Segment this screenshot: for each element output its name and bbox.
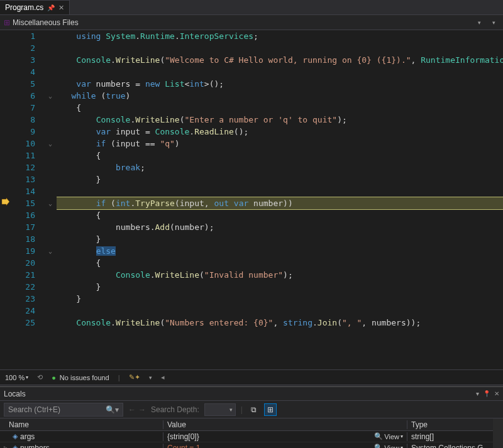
split-icon[interactable]: ▾: [489, 19, 499, 26]
grid-header: Name Value Type: [0, 418, 493, 431]
zoom-control[interactable]: 100 % ▾: [5, 374, 28, 381]
scope-label: Miscellaneous Files: [13, 18, 79, 27]
view-button[interactable]: 🔍 View ▾: [374, 444, 403, 449]
var-type: System.Collections.G…: [407, 444, 493, 449]
search-input[interactable]: Search (Ctrl+E) 🔍▾: [4, 403, 123, 417]
check-icon: ●: [52, 374, 56, 381]
column-name[interactable]: Name: [0, 420, 163, 429]
file-tab[interactable]: Program.cs 📌 ✕: [0, 0, 70, 14]
close-icon[interactable]: ✕: [58, 4, 64, 12]
pin-icon[interactable]: 📍: [483, 390, 490, 397]
separator: |: [241, 405, 243, 414]
window-menu-icon[interactable]: ▾: [476, 390, 479, 397]
issues-text: No issues found: [60, 374, 109, 381]
breakpoint-margin[interactable]: [0, 30, 13, 369]
var-value: Count = 1: [167, 444, 200, 449]
locals-toolbar: Search (Ctrl+E) 🔍▾ ← → Search Depth: ▾ |…: [0, 401, 503, 418]
tab-bar: Program.cs 📌 ✕: [0, 0, 503, 15]
view-button[interactable]: 🔍 View ▾: [374, 432, 403, 441]
magnifier-icon: 🔍: [374, 444, 383, 448]
grid-view-icon[interactable]: ⊞: [264, 403, 277, 416]
panel-title: Locals: [4, 390, 26, 398]
tree-view-icon[interactable]: ⧉: [248, 403, 260, 416]
chevron-down-icon: ▾: [26, 374, 28, 380]
nav-left-icon[interactable]: ◂: [161, 373, 165, 381]
line-numbers: 1234567891011121314151617181920212223242…: [13, 30, 44, 369]
depth-label: Search Depth:: [151, 405, 199, 414]
column-value[interactable]: Value: [163, 420, 407, 429]
column-type[interactable]: Type: [407, 420, 493, 429]
execution-pointer-icon: [1, 197, 10, 206]
chevron-down-icon[interactable]: ▾: [149, 374, 152, 381]
scope-dropdown[interactable]: ⊞ Miscellaneous Files: [4, 18, 79, 27]
locals-panel-header: Locals ▾ 📍 ✕: [0, 387, 503, 401]
close-icon[interactable]: ✕: [494, 390, 499, 397]
tab-title: Program.cs: [5, 3, 43, 12]
zoom-value: 100 %: [5, 374, 25, 381]
lightbulb-icon[interactable]: ⟲: [37, 373, 43, 381]
search-icon: 🔍▾: [106, 405, 119, 414]
editor-status-bar: 100 % ▾ ⟲ ● No issues found | ✎✦ ▾ ◂: [0, 369, 503, 385]
locals-row[interactable]: ▷◈numbersCount = 1🔍 View ▾System.Collect…: [0, 442, 493, 448]
chevron-down-icon[interactable]: ▾: [474, 19, 485, 26]
variable-icon: ◈: [13, 444, 18, 448]
expand-icon[interactable]: ▷: [4, 445, 10, 449]
scrollbar[interactable]: [493, 418, 503, 448]
code-editor[interactable]: 1234567891011121314151617181920212223242…: [0, 30, 503, 369]
code-content[interactable]: using System.Runtime.InteropServices; Co…: [57, 30, 503, 369]
var-type: string[]: [407, 432, 493, 441]
context-bar: ⊞ Miscellaneous Files ▾ ▾: [0, 15, 503, 30]
pin-icon[interactable]: 📌: [47, 4, 55, 11]
fold-column[interactable]: ⌄⌄⌄⌄: [44, 30, 57, 369]
separator: |: [118, 374, 120, 381]
locals-row[interactable]: ◈args{string[0]}🔍 View ▾string[]: [0, 431, 493, 442]
magnifier-icon: 🔍: [374, 432, 383, 440]
locals-grid: Name Value Type ◈args{string[0]}🔍 View ▾…: [0, 418, 503, 448]
csharp-icon: ⊞: [4, 18, 10, 27]
nav-back-icon[interactable]: ←: [128, 405, 136, 414]
wand-icon[interactable]: ✎✦: [129, 373, 140, 381]
search-placeholder: Search (Ctrl+E): [8, 405, 60, 414]
var-value: {string[0]}: [167, 432, 199, 441]
var-name: args: [20, 432, 35, 441]
nav-forward-icon[interactable]: →: [138, 405, 146, 414]
var-name: numbers: [20, 444, 50, 449]
variable-icon: ◈: [13, 432, 18, 440]
depth-dropdown[interactable]: ▾: [204, 403, 236, 416]
issues-indicator[interactable]: ● No issues found: [52, 374, 109, 381]
